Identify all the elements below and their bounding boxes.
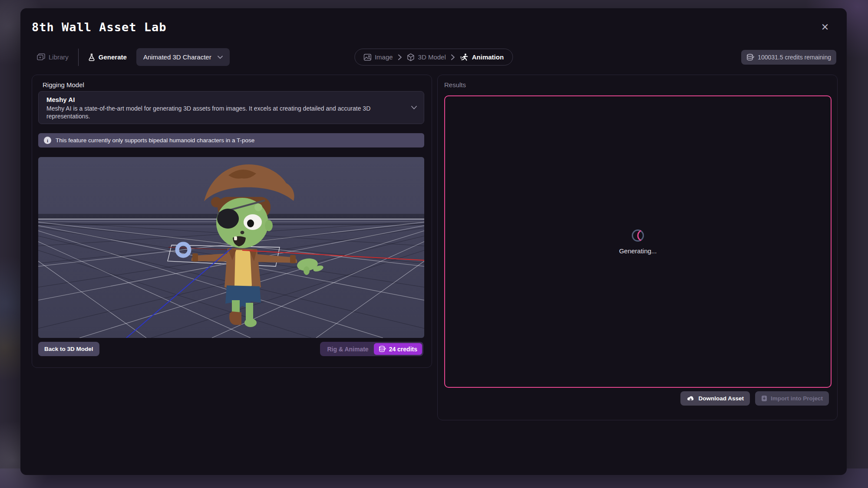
download-asset-label: Download Asset bbox=[698, 395, 744, 402]
credits-remaining-badge: 100031.5 credits remaining bbox=[741, 50, 836, 65]
rig-and-animate-label: Rig & Animate bbox=[327, 346, 368, 353]
breadcrumb-step-3d-model[interactable]: 3D Model bbox=[407, 53, 446, 61]
library-label: Library bbox=[49, 53, 69, 61]
close-icon: ✕ bbox=[821, 22, 829, 33]
info-icon: i bbox=[44, 137, 51, 144]
breadcrumb-step-image[interactable]: Image bbox=[363, 53, 393, 61]
flask-icon bbox=[88, 53, 95, 61]
character-preview-scene bbox=[38, 157, 424, 338]
image-icon bbox=[363, 54, 371, 61]
cloud-download-icon bbox=[686, 396, 695, 402]
pipeline-breadcrumb: Image 3D Model bbox=[354, 49, 513, 66]
rig-cost-label: 24 credits bbox=[389, 346, 417, 353]
library-tab[interactable]: Library bbox=[37, 53, 69, 61]
loading-spinner-icon bbox=[631, 229, 644, 242]
results-panel: Results Generating... Download Asset bbox=[437, 75, 838, 420]
download-asset-button[interactable]: Download Asset bbox=[680, 391, 750, 406]
window-title: 8th Wall Asset Lab bbox=[32, 20, 167, 34]
toolbar: Library Generate Animated 3D Character bbox=[20, 48, 847, 66]
nav-left: Library Generate Animated 3D Character bbox=[37, 48, 230, 66]
rig-cost-badge: 24 credits bbox=[374, 343, 422, 355]
rigging-model-dropdown[interactable]: Meshy AI Meshy AI is a state-of-the-art … bbox=[38, 91, 424, 124]
cube-icon bbox=[407, 53, 415, 61]
back-to-3d-model-button[interactable]: Back to 3D Model bbox=[38, 342, 99, 356]
character-3d-viewport[interactable] bbox=[38, 157, 424, 338]
credits-remaining-label: 100031.5 credits remaining bbox=[758, 54, 831, 61]
chevron-down-icon bbox=[411, 106, 417, 110]
rigging-model-label: Rigging Model bbox=[43, 81, 84, 88]
rigging-footer: Back to 3D Model Rig & Animate 24 credit… bbox=[38, 342, 423, 357]
asset-type-value: Animated 3D Character bbox=[143, 53, 211, 61]
page-background: { "window": { "title": "8th Wall Asset L… bbox=[0, 0, 868, 488]
generate-label: Generate bbox=[99, 53, 127, 61]
rigging-panel: Rigging Model Meshy AI Meshy AI is a sta… bbox=[32, 75, 432, 368]
model-name: Meshy AI bbox=[46, 96, 405, 103]
library-icon bbox=[37, 53, 45, 61]
asset-type-dropdown[interactable]: Animated 3D Character bbox=[136, 48, 230, 66]
breadcrumb-label: Image bbox=[375, 53, 393, 61]
chevron-down-icon bbox=[218, 56, 223, 59]
breadcrumb-label: Animation bbox=[472, 53, 504, 61]
breadcrumb-step-animation[interactable]: Animation bbox=[460, 53, 504, 61]
coins-icon bbox=[379, 346, 386, 352]
breadcrumb-chevron-icon bbox=[398, 54, 402, 60]
tpose-notice-banner: i This feature currently only supports b… bbox=[38, 133, 424, 147]
breadcrumb-chevron-icon bbox=[451, 54, 455, 60]
results-preview-area: Generating... bbox=[444, 95, 832, 388]
asset-lab-modal: 8th Wall Asset Lab ✕ Library bbox=[20, 8, 847, 475]
nav-separator bbox=[78, 49, 79, 66]
generate-tab[interactable]: Generate bbox=[88, 53, 127, 61]
generating-status-text: Generating... bbox=[619, 247, 657, 255]
import-into-project-button[interactable]: Import into Project bbox=[755, 391, 829, 406]
coins-icon bbox=[746, 54, 754, 61]
animation-icon bbox=[460, 53, 469, 61]
import-icon bbox=[761, 395, 767, 402]
close-button[interactable]: ✕ bbox=[818, 20, 832, 34]
results-label: Results bbox=[444, 81, 466, 88]
import-into-project-label: Import into Project bbox=[771, 395, 823, 402]
results-footer: Download Asset Import into Project bbox=[680, 391, 829, 406]
model-description: Meshy AI is a state-of-the-art model for… bbox=[46, 105, 394, 121]
breadcrumb-label: 3D Model bbox=[418, 53, 446, 61]
notice-text: This feature currently only supports bip… bbox=[56, 137, 254, 144]
rig-and-animate-button[interactable]: Rig & Animate 24 credits bbox=[320, 342, 423, 356]
